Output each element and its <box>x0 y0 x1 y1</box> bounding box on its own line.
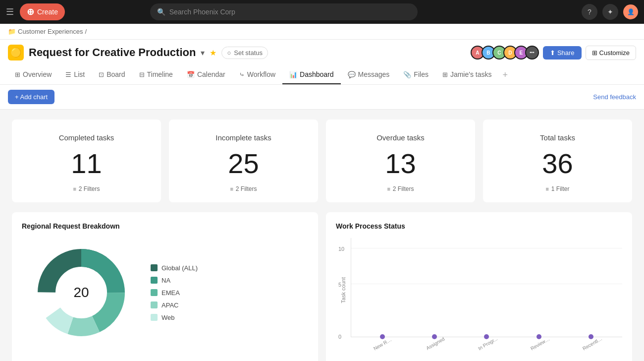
stat-completed-filter[interactable]: ≡ 2 Filters <box>73 185 100 192</box>
search-placeholder: Search Phoenix Corp <box>169 8 235 16</box>
tab-calendar-label: Calendar <box>197 70 225 78</box>
star-icon[interactable]: ★ <box>210 48 216 58</box>
bar-inprogress-dot <box>484 334 489 339</box>
y-tick-10: 10 <box>338 246 344 252</box>
share-button[interactable]: ⬆ Share <box>543 46 582 60</box>
tab-jamies-tasks[interactable]: ⊞ Jamie's tasks <box>435 65 499 84</box>
donut-legend: Global (ALL) NA EMEA APAC <box>151 264 198 321</box>
overview-icon: ⊞ <box>15 71 20 78</box>
x-label-recently: Recently... <box>582 336 608 361</box>
stat-incomplete-filter[interactable]: ≡ 2 Filters <box>230 185 257 192</box>
y-tick-0: 0 <box>338 334 341 340</box>
project-header: 🟡 Request for Creative Production ▾ ★ ○ … <box>0 40 644 85</box>
donut-container: 20 Global (ALL) NA EMEA <box>22 238 308 347</box>
stat-total-filter[interactable]: ≡ 1 Filter <box>545 185 569 192</box>
donut-chart-title: Regional Request Breakdown <box>22 222 308 230</box>
bar-chart-area: 10 5 0 <box>351 238 622 357</box>
legend-label-emea: EMEA <box>161 289 180 297</box>
stat-completed-label: Completed tasks <box>59 133 114 142</box>
bars-container <box>351 238 622 337</box>
share-icon: ⬆ <box>550 49 555 57</box>
tab-timeline-label: Timeline <box>147 70 173 78</box>
circle-icon: ○ <box>227 49 231 57</box>
bar-review-dot <box>537 334 541 339</box>
legend-item-na: NA <box>151 277 198 284</box>
legend-label-apac: APAC <box>161 301 178 309</box>
hamburger-icon[interactable]: ☰ <box>6 6 14 17</box>
stat-overdue-number: 13 <box>385 150 416 178</box>
tab-timeline[interactable]: ⊟ Timeline <box>132 65 180 84</box>
legend-item-apac: APAC <box>151 301 198 309</box>
header-actions: A B C D E ••• ⬆ Share ⊞ Customize <box>471 46 636 60</box>
tab-calendar[interactable]: 📅 Calendar <box>180 65 232 84</box>
files-icon: 📎 <box>403 71 411 78</box>
legend-item-emea: EMEA <box>151 289 198 297</box>
stat-total-filter-label: 1 Filter <box>551 185 570 192</box>
bar-new-req-dot <box>380 334 385 339</box>
plus-icon: ⊕ <box>27 6 34 17</box>
x-labels: New Req... Assigned In Progr... Review a… <box>351 337 622 357</box>
customize-button[interactable]: ⊞ Customize <box>586 46 636 60</box>
breadcrumb-parent[interactable]: Customer Experiences <box>18 28 83 35</box>
project-title-row: 🟡 Request for Creative Production ▾ ★ ○ … <box>8 45 636 60</box>
tab-board-label: Board <box>107 70 125 78</box>
x-label-review: Review a... <box>530 336 556 361</box>
stat-completed-number: 11 <box>71 150 102 178</box>
breadcrumb: 📁 Customer Experiences / <box>0 24 644 40</box>
bar-recently-dot <box>589 334 593 339</box>
jamies-tasks-icon: ⊞ <box>442 71 448 78</box>
stat-incomplete-filter-label: 2 Filters <box>236 185 257 192</box>
chevron-down-icon[interactable]: ▾ <box>201 48 205 58</box>
add-tab-button[interactable]: + <box>499 66 512 84</box>
tab-files[interactable]: 📎 Files <box>396 65 435 84</box>
add-chart-button[interactable]: + Add chart <box>8 90 54 104</box>
profile-avatar[interactable]: 👤 <box>623 4 638 19</box>
folder-icon: 📁 <box>8 28 16 35</box>
avatar-group: A B C D E ••• <box>471 46 539 60</box>
tab-board[interactable]: ⊡ Board <box>92 65 132 84</box>
tab-jamies-tasks-label: Jamie's tasks <box>450 70 492 78</box>
add-chart-label: + Add chart <box>15 93 48 101</box>
avatar-overflow[interactable]: ••• <box>525 46 539 60</box>
stat-overdue-filter-label: 2 Filters <box>393 185 414 192</box>
create-label: Create <box>37 8 58 16</box>
search-bar[interactable]: 🔍 Search Phoenix Corp <box>150 3 418 20</box>
legend-dot-emea <box>151 289 158 296</box>
calendar-icon: 📅 <box>187 71 195 78</box>
stat-card-incomplete: Incomplete tasks 25 ≡ 2 Filters <box>169 120 318 202</box>
page-title: Request for Creative Production <box>29 46 196 59</box>
stat-incomplete-label: Incomplete tasks <box>215 133 271 142</box>
stat-overdue-filter[interactable]: ≡ 2 Filters <box>387 185 414 192</box>
tab-messages-label: Messages <box>358 70 390 78</box>
tab-bar: ⊞ Overview ☰ List ⊡ Board ⊟ Timeline 📅 C… <box>8 65 636 84</box>
project-icon: 🟡 <box>8 45 24 60</box>
notifications-button[interactable]: ✦ <box>602 4 618 20</box>
tab-workflow[interactable]: ⤷ Workflow <box>232 65 282 84</box>
stat-total-label: Total tasks <box>540 133 575 142</box>
tab-dashboard[interactable]: 📊 Dashboard <box>282 65 341 84</box>
help-button[interactable]: ? <box>582 4 597 20</box>
legend-dot-apac <box>151 301 158 308</box>
search-icon: 🔍 <box>157 8 165 16</box>
stat-total-number: 36 <box>542 150 573 178</box>
timeline-icon: ⊟ <box>139 71 145 78</box>
send-feedback-link[interactable]: Send feedback <box>593 93 636 101</box>
tab-list[interactable]: ☰ List <box>58 65 92 84</box>
filter-icon: ≡ <box>73 186 76 192</box>
list-icon: ☰ <box>65 71 71 78</box>
tab-messages[interactable]: 💬 Messages <box>341 65 397 84</box>
set-status-label: Set status <box>234 49 263 57</box>
bar-chart-title: Work Process Status <box>336 222 622 230</box>
tab-overview[interactable]: ⊞ Overview <box>8 65 58 84</box>
legend-label-global: Global (ALL) <box>161 264 198 272</box>
tab-workflow-label: Workflow <box>247 70 275 78</box>
bar-assigned-dot <box>432 334 437 339</box>
share-label: Share <box>557 49 575 57</box>
top-nav: ☰ ⊕ Create 🔍 Search Phoenix Corp ? ✦ 👤 <box>0 0 644 24</box>
customize-label: Customize <box>599 49 630 57</box>
set-status-button[interactable]: ○ Set status <box>221 47 268 59</box>
create-button[interactable]: ⊕ Create <box>20 3 65 20</box>
bar-chart-outer: Task count 10 5 0 <box>336 238 622 357</box>
stat-card-overdue: Overdue tasks 13 ≡ 2 Filters <box>326 120 475 202</box>
legend-dot-web <box>151 314 158 321</box>
